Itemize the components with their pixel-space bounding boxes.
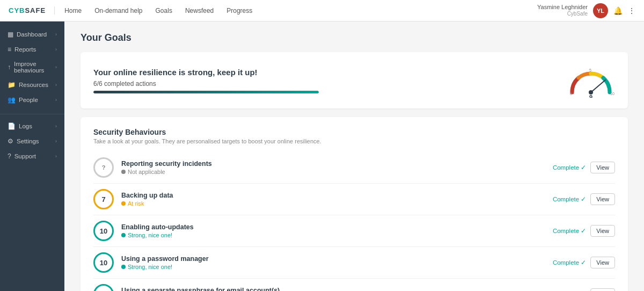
complete-label: Complete ✓ xyxy=(553,164,586,171)
chevron-icon: › xyxy=(55,97,57,103)
behaviour-status: Not applicable xyxy=(121,169,545,175)
view-button[interactable]: View xyxy=(590,225,615,237)
score-circle: 10 xyxy=(93,284,114,291)
view-button[interactable]: View xyxy=(590,257,615,268)
chevron-icon: › xyxy=(55,82,57,88)
score-circle: ? xyxy=(93,157,114,178)
chevron-icon: › xyxy=(55,139,57,144)
status-dot-grey xyxy=(121,170,126,174)
page-title: Your Goals xyxy=(80,32,628,43)
behaviour-info: Using a separate passphrase for email ac… xyxy=(121,287,545,291)
sidebar-item-reports[interactable]: ≡ Reports › xyxy=(0,42,64,57)
bell-icon[interactable]: 🔔 xyxy=(613,6,623,15)
behaviour-name: Using a password manager xyxy=(121,255,545,263)
svg-line-0 xyxy=(591,80,605,92)
chevron-icon: › xyxy=(55,154,57,159)
behaviour-actions: Complete ✓ View xyxy=(553,225,615,237)
behaviour-row: 7 Backing up data At risk Complete ✓ Vie… xyxy=(93,184,615,215)
nav-goals[interactable]: Goals xyxy=(155,7,173,14)
sidebar-label-resources: Resources xyxy=(19,82,48,88)
sidebar-label-settings: Settings xyxy=(17,138,39,144)
behaviour-row: 10 Using a separate passphrase for email… xyxy=(93,279,615,291)
nav-links: Home On-demand help Goals Newsfeed Progr… xyxy=(63,7,537,14)
behaviour-info: Backing up data At risk xyxy=(121,192,545,207)
sidebar-item-support[interactable]: ? Support › xyxy=(0,149,64,164)
view-button[interactable]: View xyxy=(590,162,615,173)
complete-label: Complete ✓ xyxy=(553,195,586,203)
behaviour-status: At risk xyxy=(121,200,545,207)
behaviour-row: 10 Using a password manager Strong, nice… xyxy=(93,247,615,279)
nav-progress[interactable]: Progress xyxy=(225,7,253,14)
behaviours-card: Security Behaviours Take a look at your … xyxy=(80,117,628,291)
sidebar-item-dashboard[interactable]: ▦ Dashboard › xyxy=(0,27,64,42)
avatar[interactable]: YL xyxy=(593,3,608,18)
behaviour-status: Strong, nice one! xyxy=(121,232,545,238)
behaviour-status: Strong, nice one! xyxy=(121,264,545,270)
nav-on-demand-help[interactable]: On-demand help xyxy=(93,7,143,14)
complete-label: Complete ✓ xyxy=(553,227,586,235)
sidebar: ▦ Dashboard › ≡ Reports › ↑ Improve beha… xyxy=(0,21,64,291)
sidebar-item-settings[interactable]: ⚙ Settings › xyxy=(0,134,64,149)
sidebar-item-logs[interactable]: 📄 Logs › xyxy=(0,119,64,134)
gauge-svg: 9 0 10 5 xyxy=(567,63,615,98)
score-circle: 7 xyxy=(93,189,114,209)
support-icon: ? xyxy=(8,152,11,160)
logo-text: CYBSAFE xyxy=(9,6,46,14)
status-text: Strong, nice one! xyxy=(128,232,172,238)
svg-text:5: 5 xyxy=(589,68,591,72)
behaviour-actions: Complete ✓ View xyxy=(553,162,615,173)
progress-label: 6/6 completed actions xyxy=(93,80,567,88)
behaviour-info: Reporting security incidents Not applica… xyxy=(121,160,545,175)
behaviour-name: Reporting security incidents xyxy=(121,160,545,168)
user-name: Yasmine Leghnider xyxy=(537,4,588,11)
behaviour-info: Enabling auto-updates Strong, nice one! xyxy=(121,223,545,238)
behaviour-name: Enabling auto-updates xyxy=(121,223,545,231)
behaviour-row: ? Reporting security incidents Not appli… xyxy=(93,152,615,184)
behaviour-actions: Complete ✓ View xyxy=(553,288,615,291)
sidebar-item-resources[interactable]: 📁 Resources › xyxy=(0,77,64,92)
sidebar-label-dashboard: Dashboard xyxy=(17,31,47,38)
behaviour-actions: Complete ✓ View xyxy=(553,257,615,268)
user-area: Yasmine Leghnider CybSafe YL 🔔 ⋮ xyxy=(537,3,635,18)
sidebar-label-logs: Logs xyxy=(19,123,32,129)
svg-text:9: 9 xyxy=(589,94,592,98)
main-content: Your Goals Your online resilience is str… xyxy=(64,21,644,291)
status-text: At risk xyxy=(128,200,144,207)
behaviour-row: 10 Enabling auto-updates Strong, nice on… xyxy=(93,215,615,247)
improve-icon: ↑ xyxy=(8,63,11,71)
resources-icon: 📁 xyxy=(8,81,16,89)
view-button[interactable]: View xyxy=(590,193,615,205)
nav-newsfeed[interactable]: Newsfeed xyxy=(184,7,215,14)
sidebar-label-people: People xyxy=(19,97,38,103)
progress-bar-container xyxy=(93,91,319,93)
sidebar-label-support: Support xyxy=(14,153,36,159)
menu-icon[interactable]: ⋮ xyxy=(628,6,635,15)
status-text: Not applicable xyxy=(128,169,165,175)
view-button[interactable]: View xyxy=(590,288,615,291)
nav-home[interactable]: Home xyxy=(63,7,83,14)
sidebar-item-improve-behaviours[interactable]: ↑ Improve behaviours › xyxy=(0,57,64,77)
settings-icon: ⚙ xyxy=(8,137,13,145)
resilience-card: Your online resilience is strong, keep i… xyxy=(80,52,628,108)
status-dot-amber xyxy=(121,201,126,206)
logo: CYBSAFE xyxy=(9,6,55,14)
chevron-icon: › xyxy=(55,123,57,129)
svg-text:10: 10 xyxy=(610,92,614,96)
behaviour-name: Backing up data xyxy=(121,192,545,199)
score-circle: 10 xyxy=(93,252,114,273)
svg-text:0: 0 xyxy=(570,92,572,96)
behaviour-name: Using a separate passphrase for email ac… xyxy=(121,287,545,291)
behaviours-title: Security Behaviours xyxy=(93,128,615,136)
sidebar-main-section: ▦ Dashboard › ≡ Reports › ↑ Improve beha… xyxy=(0,27,64,107)
chevron-icon: › xyxy=(55,64,57,70)
status-dot-green xyxy=(121,233,126,237)
resilience-info: Your online resilience is strong, keep i… xyxy=(93,68,567,93)
score-circle: 10 xyxy=(93,221,114,241)
chevron-icon: › xyxy=(55,32,57,37)
progress-bar-fill xyxy=(93,91,319,93)
dashboard-icon: ▦ xyxy=(8,31,13,38)
chevron-icon: › xyxy=(55,47,57,52)
sidebar-label-improve: Improve behaviours xyxy=(14,61,52,74)
sidebar-item-people[interactable]: 👥 People › xyxy=(0,92,64,107)
behaviour-info: Using a password manager Strong, nice on… xyxy=(121,255,545,270)
